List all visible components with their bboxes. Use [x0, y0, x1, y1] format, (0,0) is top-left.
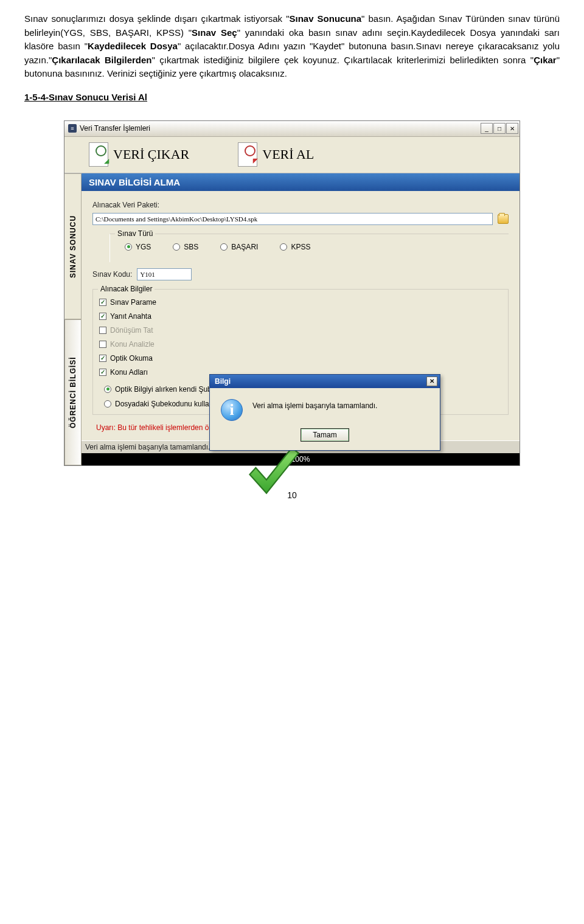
checkbox-icon [99, 313, 106, 320]
maximize-icon[interactable]: □ [493, 123, 506, 134]
radio-icon [280, 243, 287, 251]
check-konu-analiz[interactable]: Konu Analizle [99, 340, 502, 349]
check-optik-okuma[interactable]: Optik Okuma [99, 354, 502, 363]
check-label: Konu Adları [110, 368, 148, 377]
toolbar: VERİ ÇIKAR VERİ AL [64, 137, 520, 173]
sinav-kodu-label: Sınav Kodu: [92, 270, 132, 279]
ok-button[interactable]: Tamam [301, 428, 349, 442]
check-donusum-tablosu[interactable]: Dönüşüm Tat [99, 326, 502, 335]
sinav-turu-label: Sınav Türü [115, 229, 155, 238]
check-label: Konu Analizle [110, 340, 155, 349]
checkbox-icon [99, 369, 106, 376]
panel-title: SINAV BİLGİSİ ALMA [82, 173, 520, 191]
radio-icon [220, 243, 228, 251]
bold: Sınav Seç [192, 27, 237, 38]
tab-veri-cikar[interactable]: VERİ ÇIKAR [64, 142, 214, 167]
radio-icon [173, 243, 180, 251]
info-icon: i [221, 399, 243, 421]
intro-text: Sınav sonuçlarımızı dosya şeklinde dışar… [24, 12, 560, 81]
sinav-kodu-input[interactable] [137, 268, 192, 280]
info-dialog: Bilgi ✕ i Veri alma işlemi başarıyla tam… [209, 374, 440, 451]
app-window: ≡ Veri Transfer İşlemleri _ □ ✕ VERİ ÇIK… [64, 120, 520, 466]
side-tabs: SINAV SONUCU ÖĞRENCİ BİLGİSİ [64, 173, 82, 465]
text: Sınav sonuçlarımızı dosya şeklinde dışar… [24, 13, 290, 24]
radio-sbs[interactable]: SBS [173, 243, 198, 251]
window-title: Veri Transfer İşlemleri [80, 124, 150, 133]
checkbox-icon [99, 327, 106, 334]
checkbox-icon [99, 355, 106, 362]
close-icon[interactable]: ✕ [506, 123, 518, 134]
bold: Çıkarılacak Bilgilerden [52, 55, 151, 65]
paket-label: Alınacak Veri Paketi: [92, 201, 165, 209]
bold: Kaydedilecek Dosya [88, 41, 178, 51]
bold: Çıkar [534, 55, 557, 65]
radio-icon [104, 400, 111, 408]
dialog-close-icon[interactable]: ✕ [426, 377, 437, 386]
radio-kpss[interactable]: KPSS [280, 243, 310, 251]
radio-label: KPSS [291, 243, 310, 251]
tab-label: VERİ AL [262, 147, 314, 162]
radio-label: YGS [136, 243, 151, 251]
alinacak-title: Alınacak Bilgiler [98, 285, 155, 293]
section-heading: 1-5-4-Sınav Sonucu Verisi Al [24, 92, 560, 102]
side-tab-ogrenci-bilgisi[interactable]: ÖĞRENCİ BİLGİSİ [64, 319, 82, 465]
dialog-title: Bilgi [215, 377, 231, 386]
radio-ygs[interactable]: YGS [125, 243, 151, 251]
radio-label: BAŞARI [231, 243, 258, 251]
radio-label: Dosyadaki Şubekodunu kullan [115, 400, 213, 408]
tab-veri-al[interactable]: VERİ AL [214, 142, 338, 167]
paket-input[interactable] [92, 213, 493, 225]
tab-label: VERİ ÇIKAR [113, 147, 189, 162]
folder-icon[interactable] [498, 214, 509, 224]
export-icon [89, 142, 108, 167]
text: " çıkartmak istediğiniz bilgilere çek ko… [152, 55, 534, 65]
dialog-message: Veri alma işlemi başarıyla tamamlandı. [252, 399, 377, 410]
radio-label: SBS [184, 243, 198, 251]
titlebar: ≡ Veri Transfer İşlemleri _ □ ✕ [64, 121, 520, 137]
check-label: Sınav Parame [110, 298, 156, 307]
success-check-icon [240, 441, 307, 508]
checkbox-icon [99, 299, 106, 306]
check-label: Yanıt Anahta [110, 312, 151, 321]
app-icon: ≡ [68, 124, 77, 133]
check-sinav-parametre[interactable]: Sınav Parame [99, 298, 502, 307]
radio-basari[interactable]: BAŞARI [220, 243, 258, 251]
import-icon [238, 142, 257, 167]
radio-icon [104, 386, 111, 393]
check-label: Optik Okuma [110, 354, 153, 363]
checkbox-icon [99, 341, 106, 348]
radio-icon [125, 243, 132, 251]
bold: Sınav Sonucuna [290, 13, 362, 24]
minimize-icon[interactable]: _ [481, 123, 493, 134]
check-yanit-anahtari[interactable]: Yanıt Anahta [99, 312, 502, 321]
check-label: Dönüşüm Tat [110, 326, 153, 335]
side-tab-sinav-sonucu[interactable]: SINAV SONUCU [64, 173, 82, 319]
